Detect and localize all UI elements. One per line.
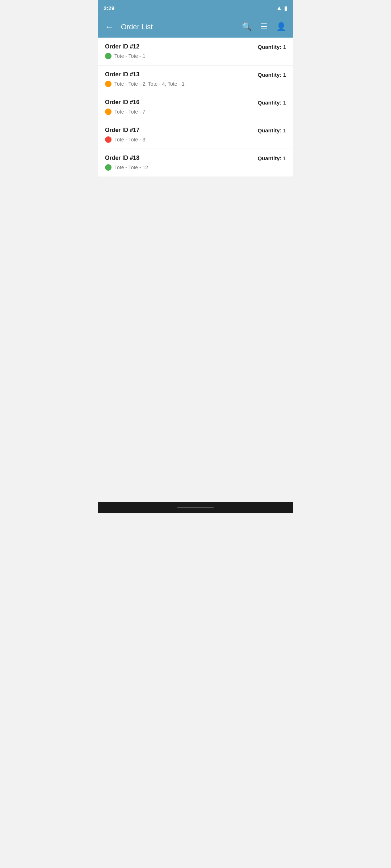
status-dot	[105, 109, 112, 115]
order-quantity: Quantity: 1	[258, 99, 286, 106]
order-item[interactable]: Order ID #17 Quantity: 1 Tote - Tote - 3	[98, 121, 293, 149]
order-header: Order ID #18 Quantity: 1	[105, 155, 286, 161]
order-quantity: Quantity: 1	[258, 72, 286, 78]
order-id: Order ID #17	[105, 127, 139, 133]
profile-icon: 👤	[276, 22, 286, 31]
order-quantity: Quantity: 1	[258, 155, 286, 161]
status-dot	[105, 136, 112, 143]
app-bar: ← Order List 🔍 ☰ 👤	[98, 16, 293, 38]
order-id: Order ID #16	[105, 99, 139, 106]
order-header: Order ID #17 Quantity: 1	[105, 127, 286, 133]
order-item[interactable]: Order ID #12 Quantity: 1 Tote - Tote - 1	[98, 38, 293, 65]
order-id: Order ID #18	[105, 155, 139, 161]
search-icon: 🔍	[242, 22, 252, 31]
order-tote: Tote - Tote - 1	[105, 53, 286, 59]
app-bar-actions: 🔍 ☰ 👤	[239, 19, 289, 34]
bottom-bar	[98, 502, 293, 513]
order-quantity: Quantity: 1	[258, 127, 286, 133]
profile-button[interactable]: 👤	[273, 19, 289, 34]
order-tote: Tote - Tote - 12	[105, 164, 286, 171]
tote-label: Tote - Tote - 12	[114, 165, 148, 170]
back-button[interactable]: ←	[102, 19, 117, 35]
status-dot	[105, 81, 112, 87]
order-item[interactable]: Order ID #13 Quantity: 1 Tote - Tote - 2…	[98, 65, 293, 93]
order-id: Order ID #12	[105, 43, 139, 50]
tote-label: Tote - Tote - 7	[114, 109, 145, 115]
order-tote: Tote - Tote - 2, Tote - 4, Tote - 1	[105, 81, 286, 87]
battery-icon: ▮	[284, 5, 287, 12]
filter-icon: ☰	[260, 22, 268, 31]
order-item[interactable]: Order ID #18 Quantity: 1 Tote - Tote - 1…	[98, 149, 293, 176]
tote-label: Tote - Tote - 3	[114, 137, 145, 142]
back-icon: ←	[105, 22, 114, 32]
home-indicator	[177, 507, 214, 508]
status-dot	[105, 53, 112, 59]
order-quantity: Quantity: 1	[258, 44, 286, 50]
status-bar: 2:29 ▲ ▮	[98, 0, 293, 16]
status-dot	[105, 164, 112, 171]
status-time: 2:29	[104, 5, 114, 11]
order-id: Order ID #13	[105, 71, 139, 78]
wifi-icon: ▲	[276, 5, 282, 11]
order-tote: Tote - Tote - 7	[105, 109, 286, 115]
empty-area	[98, 176, 293, 502]
order-list: Order ID #12 Quantity: 1 Tote - Tote - 1…	[98, 38, 293, 176]
search-button[interactable]: 🔍	[239, 19, 255, 34]
order-item[interactable]: Order ID #16 Quantity: 1 Tote - Tote - 7	[98, 93, 293, 121]
order-tote: Tote - Tote - 3	[105, 136, 286, 143]
status-icons: ▲ ▮	[276, 5, 287, 12]
order-header: Order ID #13 Quantity: 1	[105, 71, 286, 78]
tote-label: Tote - Tote - 2, Tote - 4, Tote - 1	[114, 81, 185, 87]
filter-button[interactable]: ☰	[257, 19, 270, 34]
page-title: Order List	[121, 23, 235, 31]
order-header: Order ID #12 Quantity: 1	[105, 43, 286, 50]
tote-label: Tote - Tote - 1	[114, 53, 145, 59]
order-header: Order ID #16 Quantity: 1	[105, 99, 286, 106]
